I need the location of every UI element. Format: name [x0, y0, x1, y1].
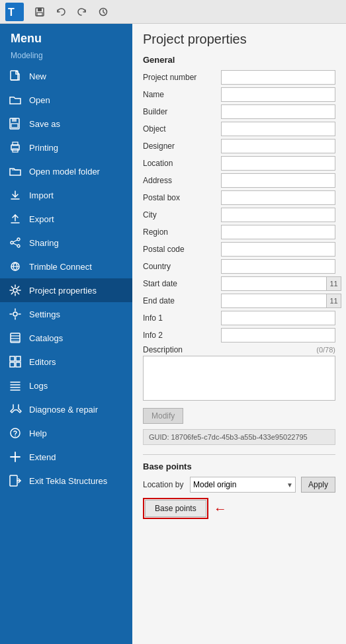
sidebar-item-settings[interactable]: Settings — [0, 302, 132, 326]
info1-input[interactable] — [221, 311, 335, 325]
field-input-5[interactable] — [221, 156, 335, 171]
field-input-8[interactable] — [221, 208, 335, 222]
open-model-folder-icon — [8, 164, 22, 179]
end-date-picker-button[interactable]: 11 — [327, 294, 341, 308]
field-label-8: City — [143, 210, 216, 220]
field-row-0: Project number — [143, 70, 335, 85]
start-date-input[interactable] — [221, 276, 327, 291]
toolbar: T — [0, 0, 346, 24]
sidebar-item-export[interactable]: Export — [0, 207, 132, 231]
sidebar-item-project-properties[interactable]: Project properties — [0, 278, 132, 302]
description-textarea[interactable] — [143, 356, 335, 401]
field-row-8: City — [143, 208, 335, 222]
diagnose-repair-icon — [8, 402, 22, 417]
sidebar-item-logs-label: Logs — [29, 381, 48, 391]
description-section: Description (0/78) — [143, 345, 335, 403]
sidebar-item-printing[interactable]: Printing — [0, 136, 132, 159]
svg-point-37 — [15, 436, 16, 437]
field-input-9[interactable] — [221, 225, 335, 239]
svg-line-19 — [13, 243, 17, 245]
sidebar-item-settings-label: Settings — [29, 309, 60, 319]
field-label-6: Address — [143, 176, 216, 185]
save-as-icon — [8, 116, 22, 131]
field-row-2: Builder — [143, 104, 335, 119]
open-icon — [8, 93, 22, 107]
printing-icon — [8, 140, 22, 155]
field-input-7[interactable] — [221, 190, 335, 205]
info1-row: Info 1 — [143, 311, 335, 325]
save-toolbar-button[interactable] — [30, 3, 49, 21]
sidebar-item-open-model-folder[interactable]: Open model folder — [0, 159, 132, 183]
modify-button[interactable]: Modify — [143, 408, 183, 424]
extend-icon — [8, 450, 22, 464]
new-icon — [8, 69, 22, 83]
svg-point-17 — [11, 241, 13, 244]
sidebar-item-export-label: Export — [29, 214, 54, 224]
field-input-3[interactable] — [221, 122, 335, 136]
sidebar-item-editors[interactable]: Editors — [0, 350, 132, 374]
field-input-1[interactable] — [221, 87, 335, 102]
svg-point-16 — [17, 245, 20, 247]
field-input-11[interactable] — [221, 259, 335, 274]
apply-button[interactable]: Apply — [301, 477, 335, 493]
sidebar-item-help-label: Help — [29, 428, 47, 438]
catalogs-icon — [8, 331, 22, 345]
svg-rect-29 — [16, 356, 21, 361]
description-count: (0/78) — [316, 346, 335, 354]
field-label-3: Object — [143, 124, 216, 134]
base-points-btn-row: Base points ← — [143, 498, 335, 519]
content-area: Project properties General Project numbe… — [132, 24, 346, 644]
field-label-7: Postal box — [143, 193, 216, 202]
sidebar-item-import[interactable]: Import — [0, 183, 132, 207]
sidebar-item-trimble-connect[interactable]: Trimble Connect — [0, 255, 132, 278]
base-points-button[interactable]: Base points — [145, 500, 206, 517]
sidebar-item-help[interactable]: Help — [0, 421, 132, 445]
description-label-row: Description (0/78) — [143, 345, 335, 354]
field-label-4: Designer — [143, 141, 216, 151]
svg-point-22 — [13, 288, 17, 292]
main-layout: Menu Modeling New Open Save as Printing — [0, 24, 346, 644]
end-date-input-wrap: 11 — [221, 294, 341, 308]
sidebar-item-editors-label: Editors — [29, 357, 56, 367]
field-input-2[interactable] — [221, 104, 335, 119]
field-input-0[interactable] — [221, 70, 335, 85]
sidebar-item-logs[interactable]: Logs — [0, 374, 132, 397]
field-row-4: Designer — [143, 139, 335, 153]
sidebar-item-exit[interactable]: Exit Tekla Structures — [0, 469, 132, 493]
svg-text:T: T — [8, 7, 15, 18]
logs-icon — [8, 378, 22, 393]
field-input-6[interactable] — [221, 173, 335, 188]
base-points-section: Base points Location by Model origin ▼ A… — [143, 454, 335, 519]
location-row: Location by Model origin ▼ Apply — [143, 477, 335, 493]
field-input-4[interactable] — [221, 139, 335, 153]
sidebar-item-open[interactable]: Open — [0, 88, 132, 112]
start-date-picker-button[interactable]: 11 — [327, 276, 341, 291]
svg-point-23 — [13, 312, 17, 316]
field-row-6: Address — [143, 173, 335, 188]
field-input-10[interactable] — [221, 242, 335, 257]
info1-label: Info 1 — [143, 313, 216, 323]
info2-input[interactable] — [221, 328, 335, 342]
sidebar-item-save-as[interactable]: Save as — [0, 112, 132, 136]
sidebar-item-save-as-label: Save as — [29, 119, 60, 129]
general-section-title: General — [143, 55, 335, 65]
sidebar-item-catalogs[interactable]: Catalogs — [0, 326, 132, 350]
end-date-row: End date 11 — [143, 294, 335, 308]
sidebar-item-new-label: New — [29, 71, 46, 81]
location-by-select[interactable]: Model origin — [190, 477, 296, 493]
history-button[interactable] — [94, 3, 112, 21]
field-row-10: Postal code — [143, 242, 335, 257]
start-date-row: Start date 11 — [143, 276, 335, 291]
field-row-9: Region — [143, 225, 335, 239]
undo-button[interactable] — [52, 3, 70, 21]
end-date-input[interactable] — [221, 294, 327, 308]
sidebar-item-new[interactable]: New — [0, 64, 132, 88]
location-by-label: Location by — [143, 480, 185, 489]
svg-rect-28 — [10, 356, 15, 361]
redo-button[interactable] — [73, 3, 91, 21]
sidebar-item-extend[interactable]: Extend — [0, 445, 132, 469]
arrow-indicator-icon: ← — [214, 501, 227, 516]
sidebar-item-sharing[interactable]: Sharing — [0, 231, 132, 255]
exit-icon — [8, 473, 22, 488]
sidebar-item-diagnose-repair[interactable]: Diagnose & repair — [0, 397, 132, 421]
